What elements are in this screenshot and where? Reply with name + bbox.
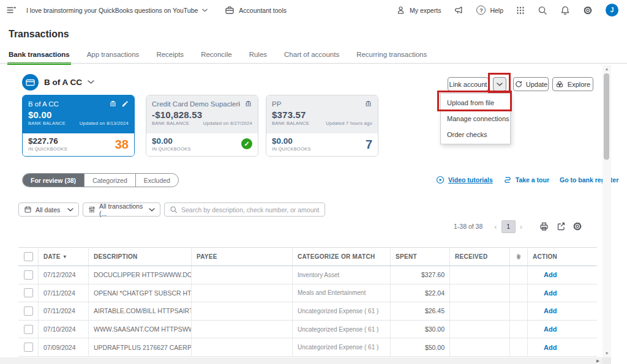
user-avatar[interactable]: J	[606, 4, 618, 17]
apps-grid-icon[interactable]	[516, 6, 525, 15]
cell-date: 07/09/2024	[39, 338, 89, 356]
announcements-icon[interactable]	[454, 6, 464, 15]
cell-description[interactable]: WWW.SAASANT.COM HTTPSWWW.S	[89, 321, 192, 338]
cell-category[interactable]: Uncategorized Expense ( 61 )	[293, 338, 391, 356]
previous-page-arrow[interactable]: ‹	[492, 222, 498, 231]
accountant-tools-button[interactable]: Accountant tools	[225, 6, 287, 15]
cell-payee[interactable]	[192, 338, 293, 356]
cell-spent: $22.04	[391, 284, 450, 302]
column-header-description[interactable]: DESCRIPTION	[89, 248, 192, 266]
pill-categorized[interactable]: Categorized	[84, 174, 135, 187]
cell-payee[interactable]	[192, 284, 293, 302]
cell-received	[450, 338, 510, 356]
column-header-payee[interactable]: PAYEE	[192, 248, 293, 266]
scroll-down-arrow-icon[interactable]: ▼	[603, 351, 611, 355]
tour-route-icon	[503, 176, 512, 184]
review-status-tabs: For review (38) Categorized Excluded	[22, 173, 179, 187]
account-card-pp[interactable]: PP $373.57 BANK BALANCE Updated 7 hours …	[266, 95, 378, 157]
cell-category[interactable]: Meals and Entertainment	[293, 284, 391, 302]
explore-knot-icon	[555, 80, 564, 89]
add-button[interactable]: Add	[528, 284, 597, 302]
menu-item-manage-connections[interactable]: Manage connections	[441, 111, 510, 127]
my-experts-button[interactable]: My experts	[396, 6, 441, 15]
table-settings-gear-icon[interactable]	[573, 221, 582, 231]
hamburger-menu-icon[interactable]	[6, 6, 17, 15]
add-button[interactable]: Add	[528, 266, 597, 284]
row-checkbox[interactable]	[24, 325, 33, 334]
all-reviewed-check-icon: ✓	[241, 138, 252, 149]
column-header-date[interactable]: DATE▾	[39, 248, 89, 266]
add-button[interactable]: Add	[528, 338, 597, 356]
next-page-arrow[interactable]: ›	[518, 222, 524, 231]
cell-payee[interactable]	[192, 302, 293, 320]
account-card-b-of-a-cc[interactable]: B of A CC $0.00 BANK BALANCE Updated on …	[22, 95, 135, 157]
account-selector[interactable]: B of A CC	[22, 74, 94, 91]
menu-item-upload-from-file[interactable]: Upload from file	[441, 95, 510, 111]
row-checkbox[interactable]	[24, 288, 33, 297]
print-icon[interactable]	[539, 221, 549, 231]
column-header-received[interactable]: RECEIVED	[450, 248, 510, 266]
add-button[interactable]: Add	[528, 302, 597, 320]
search-icon[interactable]	[538, 6, 547, 15]
column-header-category[interactable]: CATEGORIZE OR MATCH	[293, 248, 391, 266]
notifications-bell-icon[interactable]	[560, 6, 570, 15]
add-button[interactable]: Add	[528, 321, 597, 338]
table-header-row: DATE▾ DESCRIPTION PAYEE CATEGORIZE OR MA…	[18, 247, 597, 266]
cell-description[interactable]: AIRTABLE.COM/BILL HTTPSAIRTABLE	[89, 302, 192, 320]
cell-category[interactable]: Inventory Asset	[293, 266, 391, 284]
chevron-down-icon	[67, 208, 73, 212]
select-all-checkbox-cell	[18, 248, 39, 266]
cell-payee[interactable]	[192, 266, 293, 284]
card-account-name: B of A CC	[28, 100, 105, 108]
scrollbar-thumb[interactable]	[604, 73, 609, 160]
card-account-name: Credit Card Demo Supaclerk...	[152, 100, 240, 108]
column-header-attachment	[510, 248, 528, 266]
video-tutorials-link[interactable]: Video tutorials	[436, 176, 493, 184]
account-card-credit-card-demo[interactable]: Credit Card Demo Supaclerk... -$10,828.5…	[146, 95, 258, 157]
current-page-button[interactable]: 1	[501, 220, 516, 233]
cell-payee[interactable]	[192, 321, 293, 338]
link-account-button[interactable]: Link account	[448, 77, 489, 91]
cell-description[interactable]: DOCUCLIPPER HTTPSWWW.DOCU D	[89, 266, 192, 284]
transaction-type-filter-dropdown[interactable]: All transactions (...	[83, 202, 160, 217]
bank-balance-amount: $0.00	[28, 110, 129, 120]
cell-description[interactable]: UPDRAFTPLUS 2176627 CAERPHILLY	[89, 338, 192, 356]
link-account-dropdown-menu: Upload from file Manage connections Orde…	[440, 93, 511, 144]
date-filter-dropdown[interactable]: All dates	[18, 202, 79, 217]
cell-category[interactable]: Uncategorized Expense ( 61 )	[293, 302, 391, 320]
row-checkbox[interactable]	[24, 306, 33, 316]
cell-description[interactable]: OPENAI *CHATGPT SUBSCR HTTPSOP	[89, 284, 192, 302]
column-header-spent[interactable]: SPENT	[391, 248, 450, 266]
export-icon[interactable]	[556, 221, 566, 231]
search-input[interactable]	[181, 206, 320, 214]
update-button[interactable]: Update	[513, 77, 549, 91]
in-quickbooks-label: IN QUICKBOOKS	[272, 146, 366, 152]
company-switcher[interactable]: I love brainstorming your QuickBooks que…	[26, 7, 208, 14]
take-a-tour-link[interactable]: Take a tour	[503, 176, 549, 184]
card-account-name: PP	[272, 100, 360, 108]
cell-spent: $327.60	[391, 266, 450, 284]
settings-gear-icon[interactable]	[583, 6, 593, 15]
explore-button[interactable]: Explore	[552, 77, 593, 91]
help-label: Help	[490, 7, 503, 14]
vertical-scrollbar[interactable]: ▲ ▼	[603, 65, 611, 357]
cell-category[interactable]: Uncategorized Expense ( 61 )	[293, 321, 391, 338]
edit-pencil-icon[interactable]	[121, 100, 129, 108]
help-button[interactable]: ? Help	[476, 6, 503, 15]
row-checkbox[interactable]	[24, 343, 33, 352]
pill-excluded[interactable]: Excluded	[135, 174, 178, 187]
cell-date: 07/11/2024	[39, 302, 89, 320]
chevron-down-icon	[149, 208, 155, 212]
row-checkbox[interactable]	[24, 270, 33, 280]
horizontal-scrollbar[interactable]: ▶	[0, 357, 603, 364]
pill-for-review[interactable]: For review (38)	[23, 174, 84, 187]
updated-timestamp: Updated on 8/27/2024	[203, 121, 252, 126]
menu-item-order-checks[interactable]: Order checks	[441, 127, 510, 143]
table-row: 07/09/2024 UPDRAFTPLUS 2176627 CAERPHILL…	[18, 338, 597, 357]
link-account-dropdown-button[interactable]	[493, 77, 506, 91]
table-row: 07/12/2024 DOCUCLIPPER HTTPSWWW.DOCU D I…	[18, 266, 597, 284]
scroll-up-arrow-icon[interactable]: ▲	[603, 67, 611, 71]
scroll-right-arrow-icon[interactable]: ▶	[596, 358, 599, 363]
card-bottom: $0.00 IN QUICKBOOKS 7	[266, 133, 378, 157]
select-all-checkbox[interactable]	[24, 252, 33, 261]
